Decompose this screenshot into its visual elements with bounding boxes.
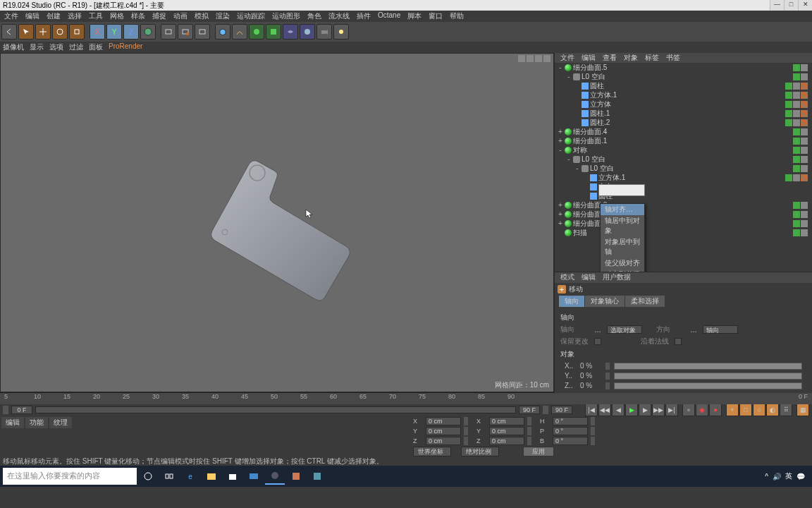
live-select-button[interactable] <box>18 24 34 40</box>
environment-button[interactable] <box>300 24 315 40</box>
system-tray[interactable]: ^ 🔊 英 💬 <box>765 471 809 481</box>
cube-button[interactable] <box>215 24 230 40</box>
viewport-nav-icon[interactable] <box>527 55 534 62</box>
spinner[interactable] <box>464 427 468 435</box>
next-frame-button[interactable]: ▶ <box>639 404 651 416</box>
spline-button[interactable] <box>232 24 247 40</box>
tree-tag[interactable] <box>801 211 808 218</box>
c4d-icon[interactable] <box>265 468 285 485</box>
viewport-menu-item[interactable]: 面板 <box>89 42 103 52</box>
goto-start-button[interactable]: |◀ <box>585 404 598 416</box>
tree-row[interactable]: +细分曲面 <box>555 219 812 228</box>
tree-tag[interactable] <box>801 128 808 135</box>
tree-row[interactable]: 圆柱 <box>555 81 812 90</box>
attr-tab[interactable]: 用户数据 <box>600 272 634 283</box>
spinner[interactable] <box>527 417 531 425</box>
panel-tab[interactable]: 查看 <box>600 53 620 63</box>
mail-icon[interactable] <box>244 468 264 485</box>
tree-tag[interactable] <box>801 220 808 227</box>
panel-tab[interactable]: 对象 <box>621 53 641 63</box>
camera-button[interactable] <box>316 24 332 40</box>
minimize-button[interactable]: — <box>770 0 784 11</box>
xyz-input[interactable]: 0 cm <box>489 427 524 435</box>
menu-item[interactable]: 窗口 <box>426 11 445 21</box>
xyz-input[interactable]: 0 cm <box>489 437 524 445</box>
tree-tag[interactable] <box>785 83 792 90</box>
tree-tag[interactable] <box>793 92 800 99</box>
tree-tag[interactable] <box>801 110 808 117</box>
xyz-input[interactable]: 0 cm <box>426 427 461 435</box>
menu-item[interactable]: Octane <box>375 11 403 21</box>
world-button[interactable] <box>140 24 156 40</box>
tree-row[interactable]: -L0 空白 <box>555 155 812 164</box>
panel-tab[interactable]: 编辑 <box>579 53 598 63</box>
tree-row[interactable]: +细分曲面.3 <box>555 200 812 210</box>
attr-tab[interactable]: 编辑 <box>579 272 598 283</box>
tree-row[interactable]: +细分曲面.1 <box>555 136 812 145</box>
app-icon[interactable] <box>307 468 327 485</box>
z-axis-button[interactable]: Z <box>123 24 139 40</box>
attr-tab[interactable]: 模式 <box>558 272 577 283</box>
coord-space-select[interactable]: 世界坐标 <box>413 447 451 456</box>
tree-tag[interactable] <box>793 101 800 108</box>
xyz-input[interactable]: 0 ° <box>553 437 588 445</box>
tree-tag[interactable] <box>785 92 792 99</box>
tree-tag[interactable] <box>793 64 800 71</box>
menu-item[interactable]: 渲染 <box>213 11 233 21</box>
tree-tag[interactable] <box>793 220 800 227</box>
tree-tag[interactable] <box>801 202 808 209</box>
prev-key-button[interactable]: ◀◀ <box>598 404 611 416</box>
tray-notif-icon[interactable]: 💬 <box>796 473 805 480</box>
tree-row[interactable]: 立方 <box>555 182 812 191</box>
tree-tag[interactable] <box>793 211 800 218</box>
menu-item[interactable]: 插件 <box>354 11 374 21</box>
param-key-button[interactable]: ◐ <box>766 404 779 416</box>
viewport-nav-icon[interactable] <box>518 55 525 62</box>
frame-cur-input[interactable]: 90 F <box>519 406 540 414</box>
tree-tag[interactable] <box>801 165 808 172</box>
keep-change-checkbox[interactable] <box>594 338 601 345</box>
deformer-button[interactable] <box>283 24 298 40</box>
x-axis-button[interactable]: X <box>90 24 105 40</box>
menu-item[interactable]: 网格 <box>107 11 127 21</box>
frame-end-input[interactable]: 90 F <box>551 406 572 414</box>
tree-tag[interactable] <box>785 119 792 126</box>
viewport-menu-item[interactable]: 选项 <box>49 42 63 52</box>
render-view-button[interactable] <box>161 24 176 40</box>
explorer-icon[interactable] <box>202 468 221 485</box>
taskbar-search[interactable]: 在这里输入你要搜索的内容 <box>3 468 137 485</box>
tree-row[interactable]: 圆柱 <box>555 191 812 200</box>
material-tab[interactable]: 功能 <box>25 417 48 428</box>
tree-row[interactable]: -对称 <box>555 145 812 155</box>
rot-key-button[interactable]: ○ <box>753 404 765 416</box>
tree-tag[interactable] <box>801 138 808 145</box>
layout-button[interactable]: ▦ <box>796 404 809 416</box>
tree-tag[interactable] <box>793 147 800 154</box>
xyz-input[interactable]: 0 cm <box>426 417 461 425</box>
xyz-input[interactable]: 0 cm <box>489 417 524 425</box>
xyz-input[interactable]: 0 ° <box>553 417 588 425</box>
viewport-nav-icon[interactable] <box>535 55 542 62</box>
viewport-menu-item[interactable]: 过滤 <box>69 42 83 52</box>
coord-scale-select[interactable]: 绝对比例 <box>461 447 499 456</box>
tree-tag[interactable] <box>801 92 808 99</box>
tray-volume-icon[interactable]: 🔊 <box>773 473 781 480</box>
rotate-button[interactable] <box>52 24 68 40</box>
tree-tag[interactable] <box>801 101 808 108</box>
autokey-button[interactable]: ◉ <box>696 404 708 416</box>
direction-select[interactable]: 轴向 <box>703 325 738 334</box>
plus-icon[interactable]: + <box>558 285 566 294</box>
attr-subtab[interactable]: 柔和选择 <box>625 296 665 307</box>
tree-tag[interactable] <box>793 174 800 181</box>
tree-row[interactable]: -L0 空白 <box>555 164 812 173</box>
app-icon[interactable] <box>286 468 306 485</box>
material-tab[interactable]: 编辑 <box>1 417 24 428</box>
cortana-icon[interactable] <box>138 468 158 485</box>
menu-item[interactable]: 工具 <box>86 11 106 21</box>
modeling-button[interactable] <box>266 24 281 40</box>
context-menu-item[interactable]: 使父级对齐 <box>601 258 644 269</box>
menu-item[interactable]: 捕捉 <box>149 11 169 21</box>
axis-select[interactable]: 选取对象 <box>607 325 642 334</box>
goto-end-button[interactable]: ▶| <box>665 404 678 416</box>
tree-row[interactable]: 扫描 <box>555 228 812 237</box>
